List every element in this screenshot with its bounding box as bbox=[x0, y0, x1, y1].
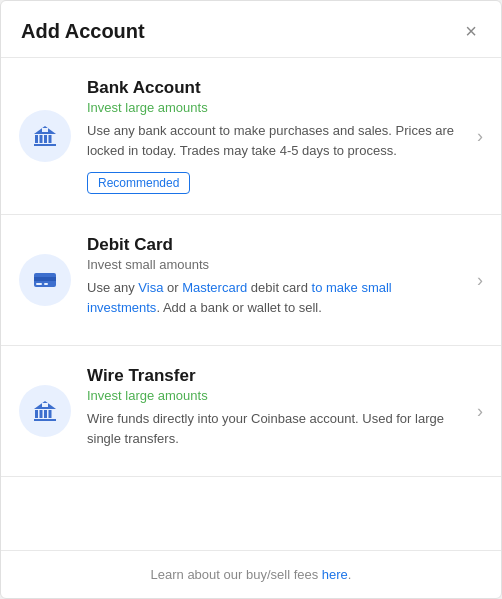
card-icon bbox=[31, 266, 59, 294]
bank-account-name: Bank Account bbox=[87, 78, 467, 98]
svg-rect-0 bbox=[35, 135, 38, 143]
wire-transfer-item[interactable]: Wire Transfer Invest large amounts Wire … bbox=[1, 346, 501, 477]
bank-account-icon-circle bbox=[19, 110, 71, 162]
wire-bank-icon bbox=[31, 397, 59, 425]
debit-card-subtitle: Invest small amounts bbox=[87, 257, 467, 272]
footer-text-after: . bbox=[348, 567, 352, 582]
wire-transfer-icon-circle bbox=[19, 385, 71, 437]
debit-card-item[interactable]: Debit Card Invest small amounts Use any … bbox=[1, 215, 501, 346]
svg-rect-3 bbox=[49, 135, 52, 143]
recommended-badge: Recommended bbox=[87, 172, 190, 194]
wire-transfer-name: Wire Transfer bbox=[87, 366, 467, 386]
modal-footer: Learn about our buy/sell fees here. bbox=[1, 550, 501, 598]
svg-rect-8 bbox=[34, 277, 56, 281]
add-account-modal: Add Account × Bank Account Invest large … bbox=[0, 0, 502, 599]
svg-rect-1 bbox=[40, 135, 43, 143]
debit-card-description: Use any Visa or Mastercard debit card to… bbox=[87, 278, 467, 317]
svg-rect-6 bbox=[42, 128, 48, 132]
svg-rect-11 bbox=[35, 410, 38, 418]
bank-icon bbox=[31, 122, 59, 150]
close-button[interactable]: × bbox=[461, 19, 481, 43]
bank-account-description: Use any bank account to make purchases a… bbox=[87, 121, 467, 160]
footer-text-before: Learn about our buy/sell fees bbox=[151, 567, 322, 582]
svg-rect-10 bbox=[44, 283, 48, 285]
modal-header: Add Account × bbox=[1, 1, 501, 58]
wire-transfer-content: Wire Transfer Invest large amounts Wire … bbox=[87, 366, 467, 456]
wire-transfer-chevron: › bbox=[477, 401, 483, 422]
svg-rect-12 bbox=[40, 410, 43, 418]
svg-rect-14 bbox=[49, 410, 52, 418]
svg-rect-13 bbox=[44, 410, 47, 418]
svg-rect-9 bbox=[36, 283, 42, 285]
bank-account-subtitle: Invest large amounts bbox=[87, 100, 467, 115]
debit-card-icon-circle bbox=[19, 254, 71, 306]
bank-account-chevron: › bbox=[477, 126, 483, 147]
svg-rect-4 bbox=[34, 144, 56, 146]
wire-transfer-description: Wire funds directly into your Coinbase a… bbox=[87, 409, 467, 448]
debit-card-chevron: › bbox=[477, 270, 483, 291]
bank-account-item[interactable]: Bank Account Invest large amounts Use an… bbox=[1, 58, 501, 215]
svg-rect-15 bbox=[34, 419, 56, 421]
account-items-list: Bank Account Invest large amounts Use an… bbox=[1, 58, 501, 550]
debit-card-name: Debit Card bbox=[87, 235, 467, 255]
modal-title: Add Account bbox=[21, 20, 145, 43]
debit-card-content: Debit Card Invest small amounts Use any … bbox=[87, 235, 467, 325]
wire-transfer-subtitle: Invest large amounts bbox=[87, 388, 467, 403]
svg-rect-2 bbox=[44, 135, 47, 143]
bank-account-content: Bank Account Invest large amounts Use an… bbox=[87, 78, 467, 194]
footer-fees-link[interactable]: here bbox=[322, 567, 348, 582]
svg-rect-17 bbox=[42, 403, 48, 407]
